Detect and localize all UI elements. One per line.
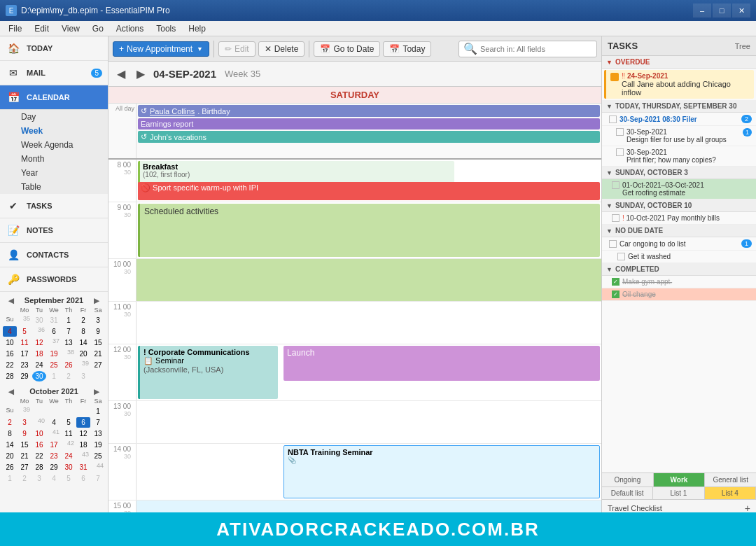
time-grid-scroll[interactable]: 8 00 30 Breakfast (102, first floor) [108, 160, 601, 517]
task-car-list[interactable]: Car ongoing to do list 1 [602, 237, 756, 251]
event-earnings[interactable]: Earnings report [138, 118, 600, 130]
sidebar-nav: 🏠 TODAY ✉ MAIL 5 📅 CALENDAR Day Week Wee… [0, 36, 108, 292]
task-gym[interactable]: ✓ Make gym appt. [602, 276, 756, 288]
sidebar-item-passwords[interactable]: 🔑 PASSWORDS [0, 267, 108, 292]
menu-help[interactable]: Help [183, 22, 211, 35]
overdue-task-1[interactable]: ‼ 24-Sep-2021 Call Jane about adding Chi… [604, 70, 754, 99]
sidebar-item-calendar[interactable]: 📅 CALENDAR [0, 85, 108, 110]
sidebar-item-notes[interactable]: 📝 NOTES [0, 218, 108, 243]
tasks-view-toggle[interactable]: Tree [735, 42, 750, 50]
sidebar-item-mail[interactable]: ✉ MAIL 5 [0, 61, 108, 85]
menu-view[interactable]: View [56, 22, 85, 35]
mini-cal-sep-header: ◀ September 2021 ▶ [3, 295, 105, 306]
tab-general[interactable]: General list [705, 473, 756, 486]
car-checkbox[interactable] [609, 240, 617, 248]
next-period-button[interactable]: ▶ [134, 67, 148, 80]
dropdown-icon: ▼ [197, 46, 203, 52]
completed-group-header[interactable]: ▼ COMPLETED [602, 263, 756, 276]
task-design-filer[interactable]: 30-Sep-2021Design filer for use by all g… [602, 126, 756, 146]
sidebar-item-contacts[interactable]: 👤 CONTACTS [0, 243, 108, 267]
prev-month-btn[interactable]: ◀ [6, 297, 17, 304]
today-button[interactable]: 📅 Today [383, 41, 431, 57]
subnav-table[interactable]: Table [0, 180, 108, 194]
menu-actions[interactable]: Actions [111, 22, 149, 35]
task-oil-change[interactable]: ✓ Oil change [602, 288, 756, 301]
sidebar-item-tasks[interactable]: ✔ TASKS [0, 194, 108, 218]
oil-checkbox[interactable]: ✓ [612, 290, 620, 298]
sidebar-label-contacts: CONTACTS [27, 251, 102, 259]
task-filer-parent[interactable]: 30-Sep-2021 08:30 Filer 2 [602, 113, 756, 126]
menu-file[interactable]: File [3, 22, 27, 35]
time-label-10: 10 00 30 [108, 259, 136, 301]
task-get-washed[interactable]: Get it washed [602, 251, 756, 263]
calendar-date-title: 04-SEP-2021 [153, 68, 216, 80]
sidebar-label-tasks: TASKS [27, 202, 102, 210]
prev-period-button[interactable]: ◀ [114, 67, 128, 80]
delete-button[interactable]: ✕ Delete [258, 41, 305, 57]
roofing-checkbox[interactable] [612, 181, 620, 189]
subnav-week[interactable]: Week [0, 124, 108, 138]
menu-go[interactable]: Go [87, 22, 109, 35]
event-scheduled[interactable]: Scheduled activities [138, 204, 600, 257]
oct-next-btn[interactable]: ▶ [91, 388, 102, 396]
go-to-date-button[interactable]: 📅 Go to Date [314, 41, 380, 57]
event-nbta[interactable]: NBTA Training Seminar 📎 [284, 445, 600, 498]
overdue-group-header[interactable]: ▼ OVERDUE [602, 56, 756, 69]
event-sport[interactable]: 🚫 Sport specific warm-up with IPI [138, 182, 600, 200]
task-bills[interactable]: ! 10-Oct-2021 Pay monthly bills [602, 212, 756, 225]
tab-work[interactable]: Work [654, 473, 706, 486]
oct-prev-btn[interactable]: ◀ [6, 388, 17, 396]
sunday10-group-header[interactable]: ▼ SUNDAY, OCTOBER 10 [602, 200, 756, 212]
washed-checkbox[interactable] [617, 253, 625, 260]
task-print-filer[interactable]: 30-Sep-2021Print filer; how many copies? [602, 146, 756, 167]
tab-list4[interactable]: List 4 [705, 487, 756, 499]
design-checkbox[interactable] [616, 128, 624, 136]
tab-list1[interactable]: List 1 [653, 487, 704, 499]
subnav-week-agenda[interactable]: Week Agenda [0, 138, 108, 152]
sunday3-group-header[interactable]: ▼ SUNDAY, OCTOBER 3 [602, 167, 756, 179]
time-label-11: 11 00 30 [108, 302, 136, 344]
menu-edit[interactable]: Edit [29, 22, 55, 35]
tasks-tabs: Ongoing Work General list Default list L… [602, 472, 756, 517]
time-label-13: 13 00 30 [108, 401, 136, 443]
time-row-8: 8 00 30 Breakfast (102, first floor) [108, 160, 601, 202]
all-day-area: All day ↺ Paula Collins . Birthday Earni… [108, 104, 601, 160]
event-cell-8: Breakfast (102, first floor) 🚫 Sport spe… [136, 160, 601, 202]
bills-checkbox[interactable] [612, 214, 620, 222]
new-appointment-button[interactable]: + New Appointment ▼ [113, 41, 209, 57]
event-vacation[interactable]: ↺ John's vacations [138, 131, 600, 143]
close-button[interactable]: ✕ [732, 4, 750, 18]
event-cell-11 [136, 302, 601, 344]
allday-label: All day [108, 104, 136, 158]
print-checkbox[interactable] [616, 148, 624, 156]
subnav-day[interactable]: Day [0, 110, 108, 124]
calendar-subnav: Day Week Week Agenda Month Year Table [0, 110, 108, 194]
tab-ongoing[interactable]: Ongoing [602, 473, 654, 486]
minimize-button[interactable]: – [693, 4, 711, 18]
subnav-month[interactable]: Month [0, 152, 108, 166]
event-corp-comm[interactable]: ! Corporate Communications 📋 Seminar (Ja… [138, 346, 278, 399]
maximize-button[interactable]: □ [713, 4, 731, 18]
search-input[interactable] [480, 45, 592, 53]
sidebar-label-passwords: PASSWORDS [27, 275, 102, 284]
task-roofing[interactable]: 01-Oct-2021–03-Oct-2021Get roofing estim… [602, 179, 756, 200]
sidebar-item-today[interactable]: 🏠 TODAY [0, 36, 108, 61]
today-group-header[interactable]: ▼ TODAY, THURSDAY, SEPTEMBER 30 [602, 100, 756, 113]
filer-checkbox[interactable] [609, 115, 617, 123]
next-month-btn[interactable]: ▶ [91, 297, 102, 304]
gym-checkbox[interactable]: ✓ [612, 278, 620, 286]
time-label-9: 9 00 30 [108, 202, 136, 258]
mini-cal-oct-header: ◀ October 2021 ▶ [3, 386, 105, 397]
menu-tools[interactable]: Tools [150, 22, 181, 35]
tab-default[interactable]: Default list [602, 487, 653, 499]
tasks-tab-row-1: Ongoing Work General list [602, 473, 756, 487]
title-bar: E D:\epim\my_db.epim - EssentialPIM Pro … [0, 0, 756, 21]
task-indicator [610, 73, 619, 81]
event-launch[interactable]: Launch [284, 346, 600, 381]
window-controls[interactable]: – □ ✕ [693, 4, 750, 18]
event-birthday[interactable]: ↺ Paula Collins . Birthday [138, 105, 600, 117]
nodue-group-header[interactable]: ▼ NO DUE DATE [602, 225, 756, 237]
sidebar-label-notes: NOTES [27, 226, 102, 234]
subnav-year[interactable]: Year [0, 166, 108, 180]
edit-button[interactable]: ✏ Edit [218, 41, 255, 57]
